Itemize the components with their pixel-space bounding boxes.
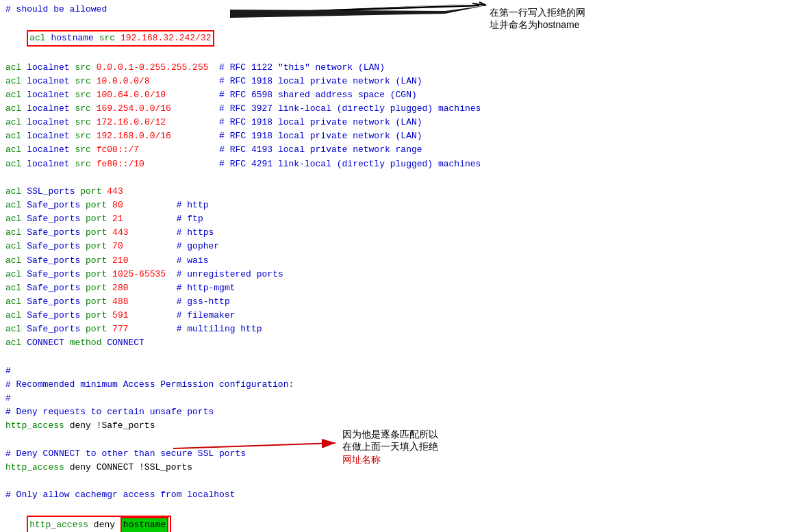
line-safe-70: acl Safe_ports port 70 # gopher <box>5 240 794 253</box>
line-comment-hash2: # <box>5 392 794 405</box>
line-comment-cachemgr: # Only allow cachemgr access from localh… <box>5 488 794 502</box>
line-comment-recommended: # Recommended minimum Access Permission … <box>5 378 794 392</box>
code-area: # should be allowed acl hostname src 192… <box>0 0 799 532</box>
blank-3 <box>5 433 794 446</box>
line-safe-1025: acl Safe_ports port 1025-65535 # unregis… <box>5 268 794 281</box>
line-http-deny-hostname: http_access deny hostname <box>5 502 794 532</box>
deny-hostname-highlight: http_access deny hostname <box>27 516 171 532</box>
line-safe-591: acl Safe_ports port 591 # filemaker <box>5 309 794 322</box>
line-localnet-6: acl localnet src 192.168.0.0/16 # RFC 19… <box>5 129 794 143</box>
line-comment-deny-connect: # Deny CONNECT to other than secure SSL … <box>5 447 794 461</box>
blank-4 <box>5 474 794 488</box>
blank-1 <box>5 171 794 185</box>
header-comment: # should be allowed <box>5 3 794 16</box>
hostname-green-box: hostname <box>121 517 168 532</box>
line-acl-hostname: acl hostname src 192.168.32.242/32 <box>5 16 794 60</box>
line-comment-hash1: # <box>5 364 794 378</box>
line-localnet-8: acl localnet src fe80::/10 # RFC 4291 li… <box>5 157 794 171</box>
line-localnet-1: acl localnet src 0.0.0.1-0.255.255.255 #… <box>5 61 794 75</box>
line-http-deny-safe: http_access deny !Safe_ports <box>5 419 794 433</box>
line-connect: acl CONNECT method CONNECT <box>5 336 794 350</box>
line-safe-280: acl Safe_ports port 280 # http-mgmt <box>5 281 794 295</box>
line-safe-21: acl Safe_ports port 21 # ftp <box>5 212 794 226</box>
hostname-highlight: acl hostname src 192.168.32.242/32 <box>27 30 214 47</box>
blank-2 <box>5 351 794 364</box>
line-localnet-4: acl localnet src 169.254.0.0/16 # RFC 39… <box>5 102 794 116</box>
line-localnet-5: acl localnet src 172.16.0.0/12 # RFC 191… <box>5 116 794 129</box>
line-localnet-3: acl localnet src 100.64.0.0/10 # RFC 659… <box>5 88 794 102</box>
line-safe-488: acl Safe_ports port 488 # gss-http <box>5 295 794 309</box>
line-safe-80: acl Safe_ports port 80 # http <box>5 199 794 212</box>
line-http-deny-connect: http_access deny CONNECT !SSL_ports <box>5 461 794 474</box>
line-comment-deny-unsafe: # Deny requests to certain unsafe ports <box>5 405 794 419</box>
line-safe-777: acl Safe_ports port 777 # multiling http <box>5 322 794 336</box>
line-safe-210: acl Safe_ports port 210 # wais <box>5 254 794 268</box>
line-safe-443: acl Safe_ports port 443 # https <box>5 226 794 240</box>
line-localnet-7: acl localnet src fc00::/7 # RFC 4193 loc… <box>5 143 794 157</box>
line-localnet-2: acl localnet src 10.0.0.0/8 # RFC 1918 l… <box>5 75 794 88</box>
line-ssl: acl SSL_ports port 443 <box>5 185 794 199</box>
